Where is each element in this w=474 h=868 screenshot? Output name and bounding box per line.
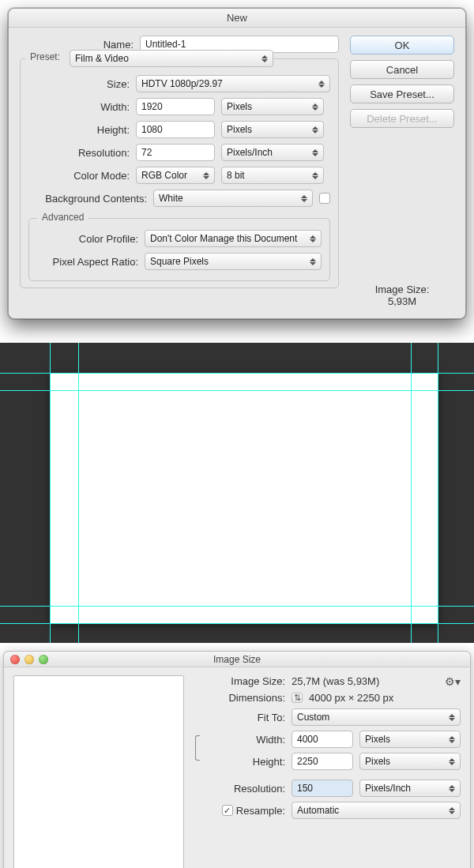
chevron-updown-icon	[310, 233, 318, 244]
image-preview	[13, 675, 184, 868]
chevron-updown-icon	[301, 193, 309, 204]
new-document-dialog: New Name: Preset: Film & Video	[8, 8, 466, 319]
guide-line[interactable]	[50, 343, 51, 643]
image-size-label: Image Size:	[192, 675, 285, 687]
gear-icon[interactable]: ⚙︎▾	[445, 675, 461, 688]
resolution-label: Resolution:	[192, 783, 285, 795]
chevron-updown-icon	[261, 53, 269, 64]
height-label: Height:	[208, 756, 285, 768]
width-unit-select[interactable]: Pixels	[221, 98, 324, 115]
height-unit-select[interactable]: Pixels	[221, 121, 324, 138]
chevron-updown-icon	[312, 147, 320, 158]
fit-to-label: Fit To:	[192, 712, 285, 723]
guide-line[interactable]	[0, 623, 474, 624]
cancel-button[interactable]: Cancel	[350, 60, 454, 79]
document-canvas-area	[0, 343, 474, 643]
preset-select[interactable]: Film & Video	[70, 50, 273, 67]
height-unit-select[interactable]: Pixels	[359, 753, 461, 770]
guide-line[interactable]	[78, 343, 79, 643]
resample-select[interactable]: Automatic	[292, 802, 461, 819]
chevron-updown-icon	[449, 712, 457, 723]
color-depth-select[interactable]: 8 bit	[221, 167, 324, 184]
chevron-updown-icon	[449, 734, 457, 745]
image-size-label: Image Size:	[350, 284, 454, 295]
resolution-input[interactable]	[292, 780, 353, 797]
bg-color-swatch[interactable]	[319, 193, 330, 204]
resolution-unit-select[interactable]: Pixels/Inch	[359, 780, 461, 797]
preset-label: Preset:	[30, 51, 60, 62]
name-label: Name:	[20, 39, 134, 51]
guide-line[interactable]	[438, 343, 438, 643]
chevron-updown-icon	[312, 101, 320, 112]
height-input[interactable]	[292, 753, 353, 770]
size-select[interactable]: HDTV 1080p/29.97	[136, 75, 330, 92]
advanced-legend: Advanced	[37, 212, 88, 223]
pixel-aspect-label: Pixel Aspect Ratio:	[37, 256, 138, 268]
resample-checkbox[interactable]: ✓	[222, 805, 233, 816]
minimize-icon[interactable]	[24, 655, 34, 664]
height-input[interactable]	[136, 121, 215, 138]
width-label: Width:	[28, 101, 130, 113]
dialog-title: Image Size	[213, 654, 261, 665]
save-preset-button[interactable]: Save Preset...	[350, 85, 454, 103]
resolution-input[interactable]	[136, 144, 215, 161]
color-profile-label: Color Profile:	[37, 233, 138, 245]
dialog-title: New	[9, 9, 465, 28]
delete-preset-button: Delete Preset...	[350, 109, 454, 128]
chevron-updown-icon	[203, 170, 211, 181]
guide-line[interactable]	[0, 373, 474, 374]
bg-contents-label: Background Contents:	[28, 193, 147, 205]
bg-contents-select[interactable]: White	[153, 190, 313, 207]
guide-line[interactable]	[411, 343, 412, 643]
fit-to-select[interactable]: Custom	[292, 708, 461, 726]
chevron-updown-icon	[310, 256, 318, 267]
color-mode-select[interactable]: RGB Color	[136, 167, 215, 184]
ok-button[interactable]: OK	[350, 36, 454, 54]
chevron-updown-icon	[449, 756, 457, 767]
width-input[interactable]	[292, 731, 353, 748]
link-constrain-icon[interactable]	[192, 735, 203, 761]
pixel-aspect-select[interactable]: Square Pixels	[145, 253, 322, 270]
guide-line[interactable]	[0, 390, 474, 391]
dimensions-value: 4000 px × 2250 px	[309, 692, 393, 704]
resolution-unit-select[interactable]: Pixels/Inch	[221, 144, 324, 161]
dimensions-label: Dimensions:	[192, 692, 285, 704]
width-label: Width:	[208, 734, 285, 746]
chevron-updown-icon	[449, 805, 457, 816]
image-size-value: 25,7M (was 5,93M)	[292, 675, 379, 687]
document-canvas[interactable]	[50, 373, 438, 624]
guide-line[interactable]	[0, 606, 474, 607]
height-label: Height:	[28, 124, 130, 136]
size-label: Size:	[28, 78, 130, 90]
image-size-dialog: Image Size ⚙︎▾ Image Size: 25,7M (was 5,…	[3, 651, 471, 868]
chevron-updown-icon	[449, 783, 457, 794]
chevron-updown-icon	[318, 78, 326, 89]
zoom-icon[interactable]	[39, 655, 48, 664]
window-controls	[10, 655, 48, 664]
width-unit-select[interactable]: Pixels	[359, 731, 461, 748]
dimensions-unit-toggle[interactable]: ⇅	[292, 693, 303, 703]
color-mode-label: Color Mode:	[28, 170, 130, 182]
color-profile-select[interactable]: Don't Color Manage this Document	[145, 230, 322, 247]
chevron-updown-icon	[312, 170, 320, 181]
close-icon[interactable]	[10, 655, 20, 664]
width-input[interactable]	[136, 98, 215, 115]
resolution-label: Resolution:	[28, 147, 130, 159]
chevron-updown-icon	[312, 124, 320, 135]
image-size-value: 5,93M	[350, 295, 454, 307]
resample-label: Resample:	[236, 805, 285, 817]
